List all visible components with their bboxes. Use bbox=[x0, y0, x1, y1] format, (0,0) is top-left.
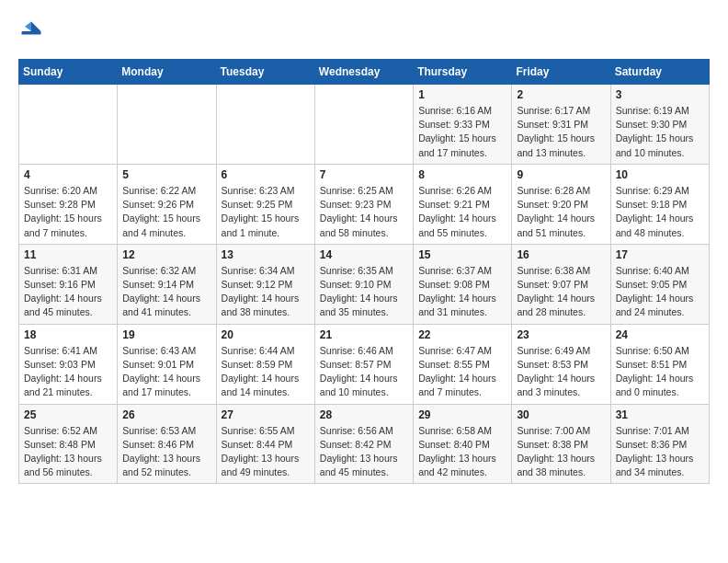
day-info: Sunrise: 7:01 AM Sunset: 8:36 PM Dayligh… bbox=[616, 424, 704, 480]
day-info: Sunrise: 6:28 AM Sunset: 9:20 PM Dayligh… bbox=[517, 184, 605, 240]
calendar-cell: 9Sunrise: 6:28 AM Sunset: 9:20 PM Daylig… bbox=[512, 164, 610, 244]
day-info: Sunrise: 6:40 AM Sunset: 9:05 PM Dayligh… bbox=[616, 264, 704, 320]
day-number: 15 bbox=[418, 248, 506, 261]
calendar-header: SundayMondayTuesdayWednesdayThursdayFrid… bbox=[19, 60, 710, 85]
calendar-cell: 27Sunrise: 6:55 AM Sunset: 8:44 PM Dayli… bbox=[216, 404, 314, 484]
day-info: Sunrise: 6:46 AM Sunset: 8:57 PM Dayligh… bbox=[320, 344, 408, 400]
calendar-cell: 29Sunrise: 6:58 AM Sunset: 8:40 PM Dayli… bbox=[414, 404, 512, 484]
day-info: Sunrise: 6:16 AM Sunset: 9:33 PM Dayligh… bbox=[418, 104, 506, 160]
day-number: 23 bbox=[517, 328, 605, 341]
day-number: 8 bbox=[418, 168, 506, 181]
calendar-cell: 7Sunrise: 6:25 AM Sunset: 9:23 PM Daylig… bbox=[314, 164, 413, 244]
day-number: 28 bbox=[320, 408, 408, 421]
calendar-body: 1Sunrise: 6:16 AM Sunset: 9:33 PM Daylig… bbox=[19, 85, 710, 484]
weekday-header: Thursday bbox=[414, 60, 512, 85]
day-info: Sunrise: 6:35 AM Sunset: 9:10 PM Dayligh… bbox=[320, 264, 408, 320]
day-info: Sunrise: 6:44 AM Sunset: 8:59 PM Dayligh… bbox=[222, 344, 310, 400]
calendar-cell: 6Sunrise: 6:23 AM Sunset: 9:25 PM Daylig… bbox=[216, 164, 314, 244]
day-info: Sunrise: 6:34 AM Sunset: 9:12 PM Dayligh… bbox=[222, 264, 310, 320]
weekday-header: Friday bbox=[512, 60, 610, 85]
calendar-cell bbox=[314, 85, 413, 165]
day-info: Sunrise: 6:38 AM Sunset: 9:07 PM Dayligh… bbox=[517, 264, 605, 320]
day-number: 31 bbox=[616, 408, 704, 421]
day-info: Sunrise: 6:20 AM Sunset: 9:28 PM Dayligh… bbox=[24, 184, 112, 240]
calendar-cell: 16Sunrise: 6:38 AM Sunset: 9:07 PM Dayli… bbox=[512, 244, 610, 324]
day-number: 22 bbox=[418, 328, 506, 341]
day-number: 14 bbox=[320, 248, 408, 261]
calendar-cell: 25Sunrise: 6:52 AM Sunset: 8:48 PM Dayli… bbox=[19, 404, 118, 484]
weekday-header: Tuesday bbox=[216, 60, 314, 85]
calendar-cell: 2Sunrise: 6:17 AM Sunset: 9:31 PM Daylig… bbox=[512, 85, 610, 165]
day-info: Sunrise: 6:50 AM Sunset: 8:51 PM Dayligh… bbox=[616, 344, 704, 400]
svg-marker-0 bbox=[31, 22, 41, 32]
calendar-cell: 12Sunrise: 6:32 AM Sunset: 9:14 PM Dayli… bbox=[118, 244, 216, 324]
calendar-table: SundayMondayTuesdayWednesdayThursdayFrid… bbox=[18, 59, 710, 484]
calendar-cell: 10Sunrise: 6:29 AM Sunset: 9:18 PM Dayli… bbox=[610, 164, 709, 244]
day-info: Sunrise: 6:49 AM Sunset: 8:53 PM Dayligh… bbox=[517, 344, 605, 400]
day-info: Sunrise: 6:23 AM Sunset: 9:25 PM Dayligh… bbox=[222, 184, 310, 240]
day-info: Sunrise: 6:32 AM Sunset: 9:14 PM Dayligh… bbox=[122, 264, 210, 320]
day-info: Sunrise: 6:31 AM Sunset: 9:16 PM Dayligh… bbox=[24, 264, 112, 320]
day-info: Sunrise: 6:55 AM Sunset: 8:44 PM Dayligh… bbox=[222, 424, 310, 480]
day-number: 17 bbox=[616, 248, 704, 261]
day-info: Sunrise: 7:00 AM Sunset: 8:38 PM Dayligh… bbox=[517, 424, 605, 480]
calendar-cell: 4Sunrise: 6:20 AM Sunset: 9:28 PM Daylig… bbox=[19, 164, 118, 244]
day-number: 12 bbox=[122, 248, 210, 261]
weekday-header: Sunday bbox=[19, 60, 118, 85]
weekday-header: Wednesday bbox=[314, 60, 413, 85]
calendar-cell: 19Sunrise: 6:43 AM Sunset: 9:01 PM Dayli… bbox=[118, 324, 216, 404]
calendar-cell: 3Sunrise: 6:19 AM Sunset: 9:30 PM Daylig… bbox=[610, 85, 709, 165]
calendar-cell: 24Sunrise: 6:50 AM Sunset: 8:51 PM Dayli… bbox=[610, 324, 709, 404]
calendar-cell: 13Sunrise: 6:34 AM Sunset: 9:12 PM Dayli… bbox=[216, 244, 314, 324]
day-info: Sunrise: 6:37 AM Sunset: 9:08 PM Dayligh… bbox=[418, 264, 506, 320]
svg-rect-2 bbox=[22, 31, 41, 35]
day-number: 27 bbox=[222, 408, 310, 421]
calendar-cell: 11Sunrise: 6:31 AM Sunset: 9:16 PM Dayli… bbox=[19, 244, 118, 324]
day-number: 3 bbox=[616, 88, 704, 101]
day-number: 11 bbox=[24, 248, 112, 261]
calendar-week-row: 4Sunrise: 6:20 AM Sunset: 9:28 PM Daylig… bbox=[19, 164, 710, 244]
logo bbox=[18, 18, 48, 44]
calendar-cell: 20Sunrise: 6:44 AM Sunset: 8:59 PM Dayli… bbox=[216, 324, 314, 404]
day-info: Sunrise: 6:52 AM Sunset: 8:48 PM Dayligh… bbox=[24, 424, 112, 480]
day-info: Sunrise: 6:17 AM Sunset: 9:31 PM Dayligh… bbox=[517, 104, 605, 160]
day-number: 29 bbox=[418, 408, 506, 421]
calendar-cell: 1Sunrise: 6:16 AM Sunset: 9:33 PM Daylig… bbox=[414, 85, 512, 165]
day-number: 18 bbox=[24, 328, 112, 341]
calendar-week-row: 25Sunrise: 6:52 AM Sunset: 8:48 PM Dayli… bbox=[19, 404, 710, 484]
page-header bbox=[18, 18, 710, 44]
svg-marker-1 bbox=[25, 22, 31, 32]
day-info: Sunrise: 6:25 AM Sunset: 9:23 PM Dayligh… bbox=[320, 184, 408, 240]
day-info: Sunrise: 6:41 AM Sunset: 9:03 PM Dayligh… bbox=[24, 344, 112, 400]
weekday-header: Monday bbox=[118, 60, 216, 85]
day-info: Sunrise: 6:53 AM Sunset: 8:46 PM Dayligh… bbox=[122, 424, 210, 480]
weekday-header: Saturday bbox=[610, 60, 709, 85]
day-number: 2 bbox=[517, 88, 605, 101]
calendar-cell bbox=[118, 85, 216, 165]
logo-icon bbox=[18, 18, 44, 44]
day-number: 21 bbox=[320, 328, 408, 341]
calendar-cell: 14Sunrise: 6:35 AM Sunset: 9:10 PM Dayli… bbox=[314, 244, 413, 324]
day-info: Sunrise: 6:29 AM Sunset: 9:18 PM Dayligh… bbox=[616, 184, 704, 240]
day-number: 7 bbox=[320, 168, 408, 181]
day-number: 5 bbox=[122, 168, 210, 181]
calendar-cell: 5Sunrise: 6:22 AM Sunset: 9:26 PM Daylig… bbox=[118, 164, 216, 244]
calendar-week-row: 18Sunrise: 6:41 AM Sunset: 9:03 PM Dayli… bbox=[19, 324, 710, 404]
day-number: 4 bbox=[24, 168, 112, 181]
calendar-week-row: 11Sunrise: 6:31 AM Sunset: 9:16 PM Dayli… bbox=[19, 244, 710, 324]
calendar-cell: 15Sunrise: 6:37 AM Sunset: 9:08 PM Dayli… bbox=[414, 244, 512, 324]
calendar-cell: 23Sunrise: 6:49 AM Sunset: 8:53 PM Dayli… bbox=[512, 324, 610, 404]
day-number: 25 bbox=[24, 408, 112, 421]
day-number: 30 bbox=[517, 408, 605, 421]
calendar-cell: 31Sunrise: 7:01 AM Sunset: 8:36 PM Dayli… bbox=[610, 404, 709, 484]
day-number: 6 bbox=[222, 168, 310, 181]
calendar-cell: 21Sunrise: 6:46 AM Sunset: 8:57 PM Dayli… bbox=[314, 324, 413, 404]
calendar-week-row: 1Sunrise: 6:16 AM Sunset: 9:33 PM Daylig… bbox=[19, 85, 710, 165]
day-info: Sunrise: 6:19 AM Sunset: 9:30 PM Dayligh… bbox=[616, 104, 704, 160]
calendar-cell bbox=[19, 85, 118, 165]
day-info: Sunrise: 6:22 AM Sunset: 9:26 PM Dayligh… bbox=[122, 184, 210, 240]
day-info: Sunrise: 6:56 AM Sunset: 8:42 PM Dayligh… bbox=[320, 424, 408, 480]
calendar-cell: 17Sunrise: 6:40 AM Sunset: 9:05 PM Dayli… bbox=[610, 244, 709, 324]
day-number: 20 bbox=[222, 328, 310, 341]
calendar-cell: 18Sunrise: 6:41 AM Sunset: 9:03 PM Dayli… bbox=[19, 324, 118, 404]
